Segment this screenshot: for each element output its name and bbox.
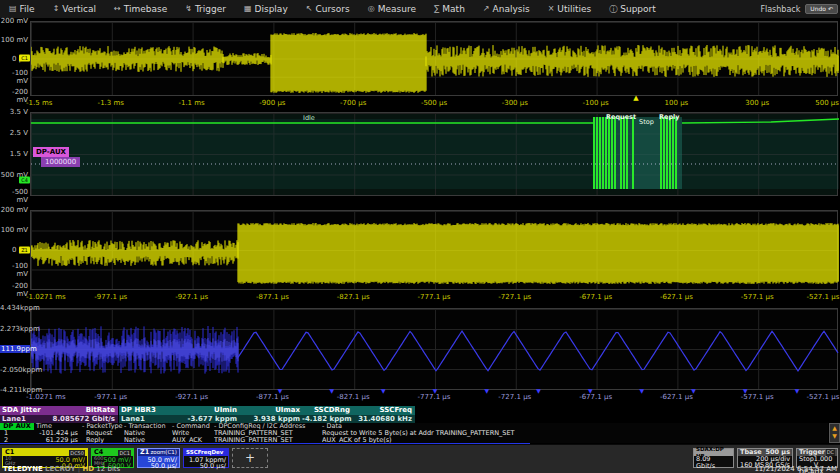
sscfreqdev-descriptor-box[interactable]: SSCFreqDev 1.07 kppm/ 50.0 µs/ — [183, 448, 229, 468]
waveform-panel-z1[interactable] — [30, 210, 838, 290]
time-tick-label: -627.1 µs — [660, 393, 693, 401]
add-trace-button[interactable]: + — [232, 448, 268, 468]
waveform-panel-sscfreqdev[interactable] — [30, 308, 838, 390]
menu-item-cursors[interactable]: ↖Cursors — [297, 4, 359, 14]
time-axis-3[interactable]: -1.0271 ms-977.1 µs-927.1 µs-877.1 µs-82… — [0, 390, 840, 405]
c1-ground-marker[interactable]: C1 — [19, 55, 30, 62]
ssc-trough-marker: ▼ — [484, 387, 489, 394]
c4-ground-marker[interactable]: C4 — [19, 177, 30, 184]
dp-table-header: DP HBR3 UImin UImax SSCDRng SSCFreq — [119, 406, 415, 415]
z1-trace — [31, 211, 839, 291]
menu-item-display[interactable]: ▦Display — [235, 4, 297, 14]
dp-aux-decode-table[interactable]: DP AUX Time- PacketType- Transaction- Co… — [0, 423, 828, 443]
vertical-icon: ↕ — [53, 4, 60, 13]
scroll-down-icon[interactable]: ▼ — [830, 432, 839, 440]
c4-coupling-badge: DC1 — [118, 450, 131, 456]
reply-decode-label: Reply — [659, 113, 680, 121]
uimin-header: UImin — [177, 406, 237, 415]
menu-item-label: Vertical — [62, 4, 96, 14]
dp-hbr3-table[interactable]: DP HBR3 UImin UImax SSCDRng SSCFreq Lane… — [119, 406, 415, 423]
panel1-ylabel: -100 mV — [0, 69, 28, 85]
waveform-panel-dp-aux[interactable]: Idle Request Stop Reply DP-AUX 1000000 — [30, 112, 838, 196]
time-tick-label: -700 µs — [340, 99, 366, 107]
time-tick-label: -877.1 µs — [256, 293, 289, 301]
panel1-ylabel: -200 mV — [0, 88, 28, 104]
sda-descriptor-box[interactable]: SDAX:DP HB... 8.09 Gbit/s — [693, 448, 734, 468]
time-tick-label: -100 µs — [582, 99, 608, 107]
time-tick-label: -300 µs — [502, 99, 528, 107]
time-tick-label: -900 µs — [259, 99, 285, 107]
panel2-ylabel: 3.5 V — [0, 108, 28, 116]
ssc-trough-marker: ▼ — [640, 387, 645, 394]
menu-item-analysis[interactable]: ↗Analysis — [474, 4, 539, 14]
c1-trace — [31, 22, 839, 97]
ssc-trough-marker: ▼ — [743, 387, 748, 394]
sscdrng-header: SSCDRng — [302, 406, 350, 415]
brand-hd: HD — [82, 465, 94, 473]
menubar: ▤File↕Vertical↔Timebase↯Trigger▦Display↖… — [0, 0, 840, 19]
panel2-ylabel: 2.5 V — [0, 129, 28, 137]
brand-bits: 12 bits — [96, 465, 120, 473]
decode-col-header[interactable]: Time — [36, 423, 52, 430]
menu-item-trigger[interactable]: ↯Trigger — [176, 4, 235, 14]
menu-item-label: File — [20, 4, 35, 14]
panel4-ylabel: 2.273kppm — [0, 325, 28, 333]
menu-item-vertical[interactable]: ↕Vertical — [44, 4, 105, 14]
z1-ground-marker[interactable]: Z1 — [19, 247, 30, 254]
sda-jitter-table[interactable]: SDA Jitter BitRate Lane1 8.085672 Gbit/s — [0, 406, 118, 423]
z1-label: Z1 — [140, 449, 149, 456]
dp-aux-bus-tag[interactable]: DP-AUX — [33, 147, 69, 157]
menu-item-label: Measure — [378, 4, 416, 14]
menu-item-label: Trigger — [195, 4, 226, 14]
menu-item-math[interactable]: ∑Math — [425, 4, 474, 14]
ssc-trough-marker: ▼ — [329, 387, 334, 394]
time-tick-label: -500 µs — [421, 99, 447, 107]
oscilloscope-app: ▤File↕Vertical↔Timebase↯Trigger▦Display↖… — [0, 0, 840, 473]
time-tick-label: -727.1 µs — [498, 393, 531, 401]
time-tick-label: -527.1 µs — [806, 293, 839, 301]
menu-item-utilities[interactable]: ×Utilities — [539, 4, 601, 14]
scroll-up-icon[interactable]: ▲ — [830, 424, 839, 432]
panel1-ylabel: 200 mV — [0, 17, 28, 25]
time-tick-label: -777.1 µs — [418, 293, 451, 301]
time-tick-label: -927.1 µs — [175, 293, 208, 301]
time-axis-1[interactable]: -1.5 ms-1.3 ms-1.1 ms-900 µs-700 µs-500 … — [0, 96, 840, 111]
decode-col-header[interactable]: - Transaction — [124, 423, 166, 430]
datetime-display: 11/21/2024 6:54:57 AM — [754, 465, 837, 473]
ssc-trough-marker: ▼ — [588, 387, 593, 394]
menu-item-measure[interactable]: ◎Measure — [359, 4, 425, 14]
decode-col-header[interactable]: - DPConfigReq / I2C Address — [214, 423, 305, 430]
menu-item-label: Math — [442, 4, 465, 14]
z1-time-per-div: 50.0 µs/ — [147, 463, 177, 469]
panel3-ylabel: 100 mV — [0, 226, 28, 234]
measure-icon: ◎ — [368, 4, 375, 13]
menu-item-timebase[interactable]: ↔Timebase — [105, 4, 176, 14]
time-tick-label: -977.1 µs — [94, 293, 127, 301]
undo-button[interactable]: Undo ↶ — [805, 4, 838, 14]
menu-item-support[interactable]: ⓘSupport — [600, 4, 665, 15]
trigger-time-marker[interactable]: ▲ — [633, 94, 638, 102]
panel2-ylabel: 1.5 V — [0, 150, 28, 158]
support-icon: ⓘ — [609, 4, 617, 15]
time-tick-label: -577.1 µs — [741, 393, 774, 401]
decode-col-header[interactable]: - Data — [322, 423, 342, 430]
time-tick-label: -927.1 µs — [175, 393, 208, 401]
menu-item-file[interactable]: ▤File — [0, 4, 44, 14]
undo-arrow-icon: ↶ — [828, 5, 833, 12]
time-axis-2[interactable]: -1.0271 ms-977.1 µs-927.1 µs-877.1 µs-82… — [0, 290, 840, 304]
timebase-icon: ↔ — [114, 4, 121, 13]
stop-decode-label: Stop — [639, 118, 654, 126]
decode-table-scrollbar[interactable]: ▲ ▼ — [829, 423, 840, 443]
menubar-items: ▤File↕Vertical↔Timebase↯Trigger▦Display↖… — [0, 4, 665, 15]
menu-item-label: Timebase — [124, 4, 167, 14]
undo-label: Undo — [810, 5, 826, 12]
uimax-header: UImax — [240, 406, 300, 415]
time-tick-label: -977.1 µs — [94, 393, 127, 401]
decode-bus-label[interactable]: DP AUX — [0, 423, 34, 430]
waveform-panel-c1[interactable] — [30, 21, 838, 96]
panel3-ylabel: -100 mV — [0, 262, 28, 278]
decode-col-header[interactable]: - Command — [172, 423, 210, 430]
z1-source: zoom(C1) — [150, 449, 177, 456]
z1-descriptor-box[interactable]: Z1 zoom(C1) 50.0 mV/ 50.0 µs/ — [137, 448, 180, 468]
decode-col-header[interactable]: - PacketType — [82, 423, 123, 430]
